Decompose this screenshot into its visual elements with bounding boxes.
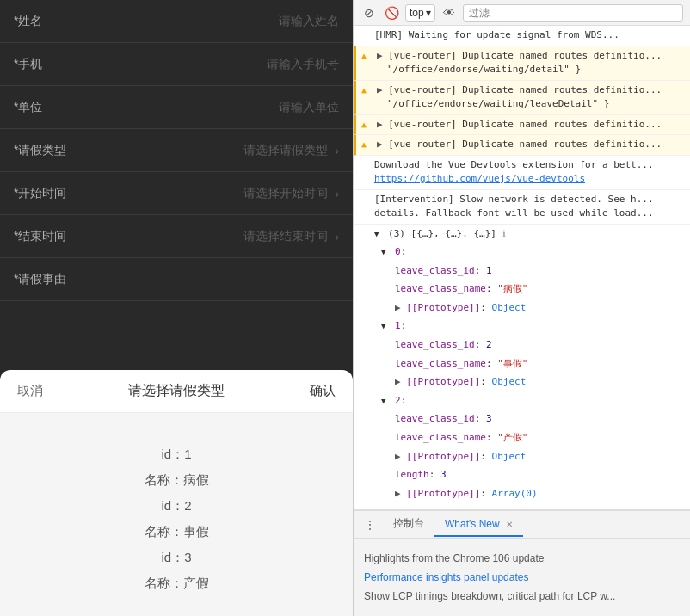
console-msg-hmr-text: [HMR] Waiting for update signal from WDS… [374,29,619,40]
data-item-3: 名称：事假 [17,521,336,542]
whats-new-content: Highlights from the Chrome 106 update Pe… [354,539,690,616]
console-msg-devtools: Download the Vue Devtools extension for … [354,156,690,190]
data-item-1: 名称：病假 [17,470,336,490]
tree-item-1-name: leave_class_name: "事假" [354,354,690,373]
top-dropdown[interactable]: top ▾ [405,4,435,22]
tree-length: length: 3 [354,465,690,484]
picker-cancel-button[interactable]: 取消 [17,383,43,399]
devtools-panel: ⊘ 🚫 top ▾ 👁 [HMR] Waiting for update sig… [353,0,690,616]
tree-item-1-id: leave_class_id: 2 [354,336,690,354]
console-output: [HMR] Waiting for update signal from WDS… [354,26,690,509]
tree-item-0-id: leave_class_id: 1 [354,262,690,280]
tree-item-0-name: leave_class_name: "病假" [354,280,690,299]
tab-close-icon[interactable]: ✕ [506,520,513,529]
data-item-2: id：2 [17,496,336,516]
console-msg-warn-4: ▶ [vue-router] Duplicate named routes de… [354,135,690,156]
tree-item-2-name: leave_class_name: "产假" [354,428,690,447]
data-item-4: id：3 [17,547,336,568]
stop-icon[interactable]: ⊘ [360,4,378,22]
tree-item-0-header: ▼ 0: [354,243,690,262]
tree-header: ▼ (3) [{…}, {…}, {…}] ℹ [354,225,690,243]
dropdown-arrow-icon: ▾ [426,7,431,19]
warn-expand-2[interactable]: ▶ [377,84,383,95]
tree-expand-root[interactable]: ▼ [374,230,379,238]
console-msg-warn-2: ▶ [vue-router] Duplicate named routes de… [354,81,690,115]
picker-overlay-bg [0,0,353,392]
console-msg-hmr: [HMR] Waiting for update signal from WDS… [354,26,690,46]
picker-confirm-button[interactable]: 确认 [310,383,336,399]
tab-whats-new[interactable]: What's New ✕ [434,513,523,537]
picker-header: 取消 请选择请假类型 确认 [0,370,353,413]
performance-insights-link[interactable]: Performance insights panel updates [364,571,528,583]
mobile-app-panel: *姓名 请输入姓名 *手机 请输入手机号 *单位 请输入单位 *请假类型 请选择… [0,0,353,616]
leave-type-picker: 取消 请选择请假类型 确认 id：1 名称：病假 id：2 名称：事假 id：3… [0,370,353,616]
warn-expand-1[interactable]: ▶ [377,50,383,61]
top-label: top [410,7,424,19]
tree-item-1-header: ▼ 1: [354,317,690,336]
picker-title: 请选择请假类型 [128,382,225,400]
prohibit-icon[interactable]: 🚫 [383,4,400,22]
tree-item-1-proto: ▶ [[Prototype]]: Object [354,373,690,391]
tab-console[interactable]: 控制台 [383,511,434,538]
filter-input[interactable] [463,4,683,22]
console-msg-warn-1: ▶ [vue-router] Duplicate named routes de… [354,46,690,81]
tree-item-2-proto: ▶ [[Prototype]]: Object [354,447,690,466]
tree-expand-1[interactable]: ▼ [381,322,385,330]
devtools-link[interactable]: https://github.com/vuejs/vue-devtools [374,173,585,184]
tree-close: > [354,502,690,509]
tree-item-2-header: ▼ 2: [354,391,690,410]
picker-body: id：1 名称：病假 id：2 名称：事假 id：3 名称：产假 [0,413,353,616]
warn-expand-3[interactable]: ▶ [377,119,383,130]
devtools-toolbar: ⊘ 🚫 top ▾ 👁 [354,0,690,26]
eye-icon[interactable]: 👁 [440,4,458,22]
tree-item-2-id: leave_class_id: 3 [354,410,690,428]
tree-expand-2[interactable]: ▼ [381,397,385,405]
tree-expand-0[interactable]: ▼ [381,248,385,256]
data-item-5: 名称：产假 [17,573,336,594]
warn-expand-4[interactable]: ▶ [377,139,383,150]
data-item-0: id：1 [17,444,336,465]
whats-new-link1: Performance insights panel updates [364,570,680,585]
bottom-tab-bar: ⋮ 控制台 What's New ✕ [354,511,690,539]
tree-array-proto: ▶ [[Prototype]]: Array(0) [354,484,690,503]
whats-new-highlight: Highlights from the Chrome 106 update [364,551,680,566]
console-msg-warn-3: ▶ [vue-router] Duplicate named routes de… [354,115,690,136]
tab-menu-icon[interactable]: ⋮ [360,513,379,537]
devtools-bottom-panel: ⋮ 控制台 What's New ✕ Highlights from the C… [354,509,690,616]
whats-new-desc1: Show LCP timings breakdown, critical pat… [364,588,680,604]
tab-console-label: 控制台 [393,517,424,529]
tab-whats-new-label: What's New [445,518,500,530]
tree-item-0-proto: ▶ [[Prototype]]: Object [354,299,690,317]
console-msg-intervention: [Intervention] Slow network is detected.… [354,190,690,225]
